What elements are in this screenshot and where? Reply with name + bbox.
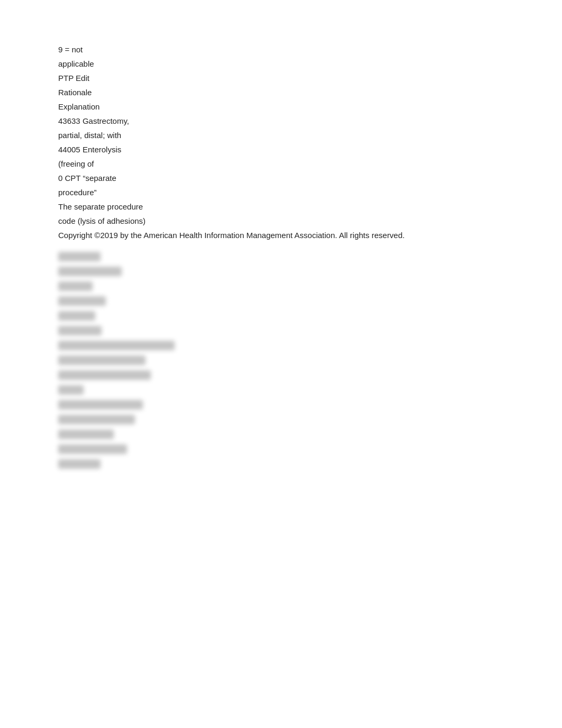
line-9-not: 9 = not: [58, 42, 504, 57]
blurred-line-10: [58, 385, 84, 395]
blurred-content: [58, 252, 504, 474]
blurred-line-9: [58, 370, 151, 380]
line-43633: 43633 Gastrectomy,: [58, 114, 504, 128]
line-rationale: Rationale: [58, 85, 504, 99]
line-44005: 44005 Enterolysis: [58, 142, 504, 157]
line-explanation: Explanation: [58, 99, 504, 114]
line-freeing-of: (freeing of: [58, 157, 504, 171]
blurred-line-7: [58, 341, 175, 350]
line-code-lysis: code (lysis of adhesions): [58, 214, 504, 228]
blurred-line-8: [58, 356, 146, 365]
line-copyright: Copyright ©2019 by the American Health I…: [58, 228, 504, 242]
blurred-line-14: [58, 444, 127, 454]
blurred-line-6: [58, 326, 102, 335]
blurred-line-11: [58, 400, 143, 410]
main-content: 9 = not applicable PTP Edit Rationale Ex…: [58, 42, 504, 474]
blurred-line-15: [58, 459, 101, 469]
line-applicable: applicable: [58, 57, 504, 71]
line-0-cpt: 0 CPT “separate: [58, 171, 504, 185]
line-procedure: procedure”: [58, 185, 504, 199]
line-ptp-edit: PTP Edit: [58, 71, 504, 85]
blurred-line-1: [58, 252, 101, 261]
blurred-line-12: [58, 415, 135, 424]
line-separate-procedure: The separate procedure: [58, 199, 504, 214]
blurred-line-13: [58, 430, 114, 439]
blurred-line-5: [58, 311, 95, 321]
line-partial-distal: partial, distal; with: [58, 128, 504, 142]
blurred-line-3: [58, 281, 93, 291]
blurred-line-2: [58, 267, 122, 276]
blurred-line-4: [58, 296, 106, 306]
